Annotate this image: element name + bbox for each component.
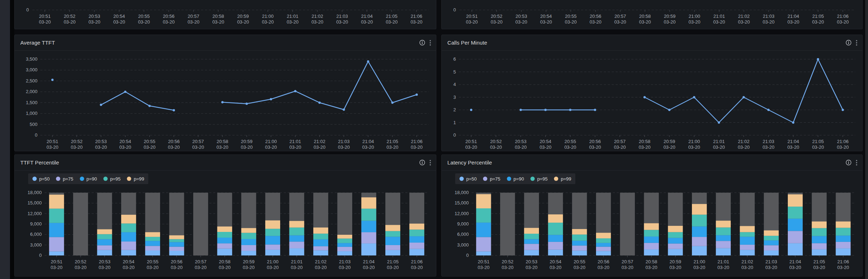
svg-text:03-20: 03-20 (289, 144, 301, 150)
svg-text:20:58: 20:58 (217, 139, 228, 144)
svg-text:20:57: 20:57 (188, 14, 199, 19)
svg-text:21:02: 21:02 (315, 259, 327, 264)
svg-text:03-20: 03-20 (147, 265, 159, 270)
svg-text:1,000: 1,000 (26, 111, 37, 116)
svg-text:03-20: 03-20 (837, 19, 849, 25)
legend-item-p99[interactable]: p=99 (554, 176, 571, 182)
svg-text:03-20: 03-20 (123, 265, 134, 270)
legend-item-p90[interactable]: p=90 (507, 176, 524, 182)
legend-item-p75[interactable]: p=75 (56, 176, 73, 182)
svg-text:03-20: 03-20 (216, 144, 228, 150)
info-icon[interactable] (846, 40, 852, 46)
svg-text:03-20: 03-20 (590, 19, 601, 25)
svg-text:03-20: 03-20 (614, 144, 626, 150)
svg-text:03-20: 03-20 (738, 19, 750, 25)
svg-text:03-20: 03-20 (212, 19, 224, 25)
svg-text:21:04: 21:04 (787, 139, 799, 144)
svg-text:21:04: 21:04 (363, 259, 375, 264)
legend-label: p=95 (537, 176, 548, 182)
svg-text:03-20: 03-20 (478, 265, 489, 270)
chart-canvas[interactable]: 020:5103-2020:5203-2020:5303-2020:5403-2… (442, 0, 862, 29)
left-gutter (10, 0, 14, 279)
left-edge-strip (0, 0, 10, 279)
svg-text:21:02: 21:02 (738, 139, 750, 144)
svg-text:03-20: 03-20 (787, 19, 799, 25)
info-icon[interactable] (419, 159, 425, 166)
legend-label: p=95 (110, 176, 120, 182)
chart-latency-percentile[interactable]: p=50p=75p=90p=95p=99 03,0006,0009,00012,… (442, 171, 862, 276)
svg-text:20:56: 20:56 (598, 259, 610, 264)
kebab-menu-icon[interactable] (856, 40, 857, 46)
svg-text:03-20: 03-20 (597, 265, 609, 270)
svg-text:03-20: 03-20 (688, 19, 700, 25)
svg-text:21:06: 21:06 (837, 259, 849, 264)
svg-text:03-20: 03-20 (265, 144, 277, 150)
kebab-menu-icon[interactable] (856, 159, 857, 166)
legend: p=50p=75p=90p=95p=99 (455, 173, 862, 184)
svg-text:0: 0 (466, 253, 469, 258)
legend-color-dot (103, 177, 108, 181)
panel-header[interactable]: TTFT Percentile (15, 155, 436, 171)
info-icon[interactable] (846, 159, 852, 166)
legend-item-p50[interactable]: p=50 (459, 176, 477, 182)
svg-text:21:05: 21:05 (387, 259, 399, 264)
svg-text:03-20: 03-20 (639, 144, 651, 150)
vertical-scrollbar[interactable] (865, 0, 868, 279)
svg-text:20:59: 20:59 (237, 14, 249, 19)
info-icon[interactable] (419, 40, 425, 46)
svg-text:21:05: 21:05 (813, 259, 825, 264)
chart-canvas[interactable]: 03,0006,0009,00012,00015,00018,00020:510… (442, 184, 862, 276)
legend-label: p=99 (561, 176, 571, 182)
legend-item-p75[interactable]: p=75 (483, 176, 500, 182)
legend-item-p50[interactable]: p=50 (32, 176, 50, 182)
svg-text:03-20: 03-20 (812, 19, 824, 25)
legend-item-p90[interactable]: p=90 (80, 176, 97, 182)
panel-header[interactable]: Calls Per Minute (442, 35, 862, 51)
svg-text:21:00: 21:00 (689, 14, 700, 19)
chart-calls-per-minute[interactable]: 012345620:5103-2020:5203-2020:5303-2020:… (442, 51, 862, 151)
legend-item-p95[interactable]: p=95 (103, 176, 120, 182)
chart-canvas[interactable]: 012345620:5103-2020:5203-2020:5303-2020:… (442, 51, 862, 151)
panel-header[interactable]: Latency Percentile (442, 155, 862, 171)
panel-average-ttft: Average TTFT 05001,0001,5002,0002,5003,0… (14, 35, 436, 151)
svg-text:3,000: 3,000 (30, 242, 42, 248)
svg-text:03-20: 03-20 (46, 144, 58, 150)
chart-top-right-axis[interactable]: 020:5103-2020:5203-2020:5303-2020:5403-2… (442, 0, 862, 29)
chart-ttft-percentile[interactable]: p=50p=75p=90p=95p=99 03,0006,0009,00012,… (15, 171, 436, 276)
kebab-menu-icon[interactable] (430, 40, 431, 46)
legend-color-dot (530, 177, 535, 181)
svg-text:20:52: 20:52 (75, 259, 87, 264)
svg-text:21:06: 21:06 (411, 139, 423, 144)
svg-text:15,000: 15,000 (27, 200, 42, 206)
svg-text:21:01: 21:01 (718, 259, 729, 264)
svg-text:20:55: 20:55 (138, 14, 150, 19)
legend-item-p95[interactable]: p=95 (530, 176, 548, 182)
chart-average-ttft[interactable]: 05001,0001,5002,0002,5003,0003,50020:510… (15, 51, 436, 151)
kebab-menu-icon[interactable] (430, 159, 431, 166)
chart-canvas[interactable]: 020:5103-2020:5203-2020:5303-2020:5403-2… (15, 0, 436, 29)
svg-text:03-20: 03-20 (75, 265, 86, 270)
svg-text:03-20: 03-20 (762, 144, 774, 150)
svg-text:21:02: 21:02 (312, 14, 323, 19)
svg-text:9,000: 9,000 (457, 221, 469, 227)
chart-top-left-axis[interactable]: 020:5103-2020:5203-2020:5303-2020:5403-2… (15, 0, 436, 29)
panel-header[interactable]: Average TTFT (15, 35, 436, 51)
svg-text:03-20: 03-20 (663, 144, 675, 150)
panel-calls-per-minute: Calls Per Minute 012345620:5103-2020:520… (441, 35, 863, 151)
svg-text:5: 5 (453, 69, 456, 75)
svg-text:03-20: 03-20 (526, 265, 538, 270)
svg-text:20:59: 20:59 (243, 259, 255, 264)
svg-text:21:01: 21:01 (289, 139, 301, 144)
legend-color-dot (80, 177, 84, 181)
svg-text:20:56: 20:56 (168, 139, 180, 144)
legend-item-p99[interactable]: p=99 (127, 176, 144, 182)
chart-canvas[interactable]: 05001,0001,5002,0002,5003,0003,50020:510… (15, 51, 436, 151)
panel-top-left-partial: 020:5103-2020:5203-2020:5303-2020:5403-2… (14, 0, 436, 29)
svg-text:03-20: 03-20 (314, 144, 325, 150)
chart-canvas[interactable]: 03,0006,0009,00012,00015,00018,00020:510… (15, 184, 436, 276)
svg-text:03-20: 03-20 (64, 19, 76, 25)
panel-ttft-percentile: TTFT Percentile p=50p=75p=90p=95p=99 03,… (14, 154, 436, 277)
svg-text:20:52: 20:52 (491, 14, 503, 19)
svg-text:20:55: 20:55 (574, 259, 585, 264)
svg-text:2: 2 (453, 107, 456, 112)
